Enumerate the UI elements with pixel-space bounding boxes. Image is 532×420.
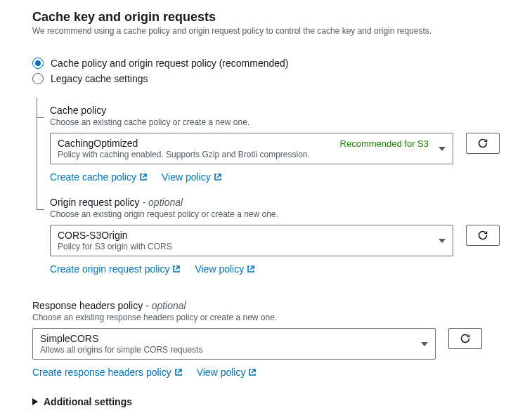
create-origin-request-policy-link[interactable]: Create origin request policy bbox=[50, 263, 181, 275]
link-text: Create cache policy bbox=[50, 171, 136, 183]
create-response-headers-policy-link[interactable]: Create response headers policy bbox=[32, 367, 183, 378]
additional-settings-label: Additional settings bbox=[44, 396, 132, 407]
response-headers-policy-selected-desc: Allows all origins for simple CORS reque… bbox=[40, 345, 411, 355]
cache-policy-label: Cache policy bbox=[50, 105, 504, 116]
caret-down-icon bbox=[439, 239, 446, 243]
section-title: Cache key and origin requests bbox=[32, 10, 504, 25]
origin-request-policy-selected-desc: Policy for S3 origin with CORS bbox=[58, 242, 429, 251]
radio-legacy[interactable]: Legacy cache settings bbox=[32, 71, 504, 86]
external-link-icon bbox=[172, 265, 181, 273]
response-headers-policy-label: Response headers policy - optional bbox=[32, 300, 504, 311]
external-link-icon bbox=[214, 173, 222, 181]
cache-policy-hint: Choose an existing cache policy or creat… bbox=[50, 117, 504, 127]
radio-legacy-label: Legacy cache settings bbox=[51, 73, 148, 84]
response-headers-policy-select[interactable]: SimpleCORS Allows all origins for simple… bbox=[32, 328, 436, 360]
refresh-icon bbox=[477, 230, 488, 241]
external-link-icon bbox=[139, 173, 148, 181]
create-cache-policy-link[interactable]: Create cache policy bbox=[50, 171, 148, 183]
cache-policy-refresh-button[interactable] bbox=[466, 133, 500, 154]
origin-request-policy-refresh-button[interactable] bbox=[466, 225, 500, 246]
link-text: Create response headers policy bbox=[32, 367, 171, 378]
refresh-icon bbox=[477, 138, 488, 149]
additional-settings-toggle[interactable]: Additional settings bbox=[32, 396, 504, 407]
view-cache-policy-link[interactable]: View policy bbox=[162, 171, 222, 183]
external-link-icon bbox=[174, 368, 183, 376]
origin-request-policy-hint: Choose an existing origin request policy… bbox=[50, 209, 504, 219]
origin-request-policy-select[interactable]: CORS-S3Origin Policy for S3 origin with … bbox=[50, 225, 453, 256]
caret-right-icon bbox=[32, 398, 38, 405]
origin-request-policy-selected: CORS-S3Origin bbox=[58, 230, 128, 241]
radio-icon bbox=[32, 73, 44, 84]
cache-policy-selected: CachingOptimized bbox=[58, 138, 138, 149]
cache-policy-select[interactable]: CachingOptimized Recommended for S3 Poli… bbox=[50, 133, 453, 164]
link-text: View policy bbox=[162, 171, 211, 183]
view-response-headers-policy-link[interactable]: View policy bbox=[197, 367, 257, 378]
external-link-icon bbox=[248, 368, 257, 376]
view-origin-request-policy-link[interactable]: View policy bbox=[195, 263, 255, 275]
cache-mode-radio-group: Cache policy and origin request policy (… bbox=[32, 55, 504, 86]
origin-request-policy-branch: Origin request policy - optional Choose … bbox=[37, 190, 504, 282]
link-text: View policy bbox=[197, 367, 246, 378]
external-link-icon bbox=[247, 265, 255, 273]
cache-policy-selected-desc: Policy with caching enabled. Supports Gz… bbox=[58, 150, 429, 159]
link-text: Create origin request policy bbox=[50, 263, 169, 275]
caret-down-icon bbox=[439, 147, 446, 151]
origin-request-policy-label: Origin request policy - optional bbox=[50, 197, 504, 208]
radio-recommended[interactable]: Cache policy and origin request policy (… bbox=[32, 55, 504, 71]
radio-recommended-label: Cache policy and origin request policy (… bbox=[51, 58, 289, 69]
link-text: View policy bbox=[195, 263, 244, 275]
cache-policy-branch: Cache policy Choose an existing cache po… bbox=[37, 98, 504, 190]
response-headers-policy-block: Response headers policy - optional Choos… bbox=[32, 300, 504, 378]
caret-down-icon bbox=[421, 342, 428, 346]
radio-icon bbox=[32, 58, 44, 69]
policy-tree: Cache policy Choose an existing cache po… bbox=[37, 98, 504, 282]
cache-policy-recommended-tag: Recommended for S3 bbox=[340, 138, 429, 149]
response-headers-policy-refresh-button[interactable] bbox=[448, 328, 482, 349]
refresh-icon bbox=[460, 333, 471, 344]
response-headers-policy-selected: SimpleCORS bbox=[40, 333, 98, 344]
response-headers-policy-hint: Choose an existing response headers poli… bbox=[32, 313, 504, 322]
section-subtitle: We recommend using a cache policy and or… bbox=[32, 26, 504, 36]
